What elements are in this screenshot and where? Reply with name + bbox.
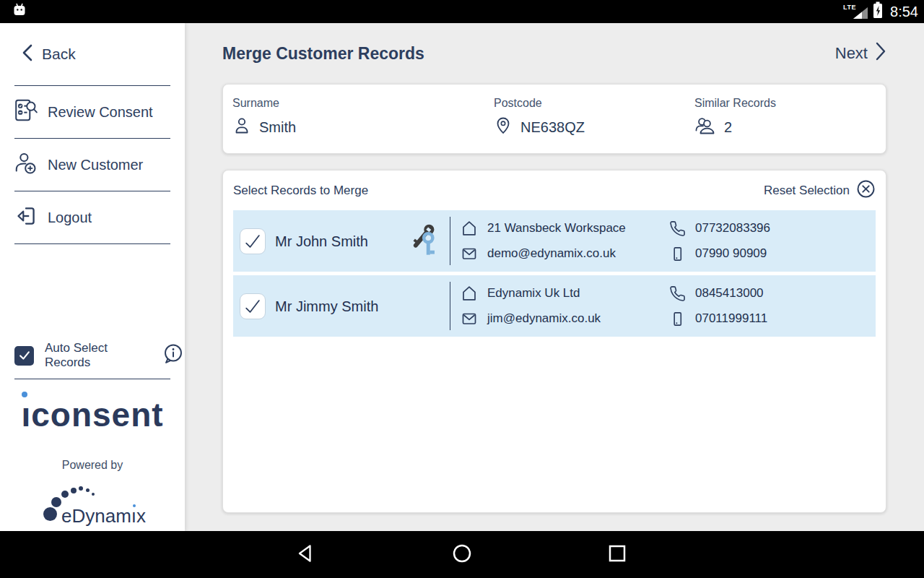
- record-phone: 0845413000: [668, 281, 767, 306]
- record-mobile: 07990 90909: [668, 241, 770, 267]
- sidebar-bottom: Auto Select Records ıconsent Powered by: [0, 332, 185, 531]
- record-row[interactable]: Mr John Smith: [233, 210, 876, 272]
- people-icon: [694, 116, 716, 139]
- next-button[interactable]: Next: [835, 41, 886, 66]
- nav-back-icon[interactable]: [297, 543, 316, 566]
- merge-records-card: Select Records to Merge Reset Selection: [222, 170, 886, 513]
- sidebar-item-review-consent[interactable]: Review Consent: [0, 86, 185, 138]
- summary-field-postcode: Postcode NE638QZ: [494, 97, 694, 153]
- circle-x-icon: [856, 179, 876, 202]
- sidebar-item-label: Logout: [48, 210, 92, 226]
- chevron-right-icon: [875, 41, 886, 66]
- primary-record-keys-icon: [409, 222, 443, 261]
- phone-icon: [668, 220, 686, 237]
- sidebar: Back Review Consent: [0, 23, 185, 531]
- main-content: Merge Customer Records Next Surname: [185, 23, 924, 531]
- row-divider: [450, 217, 450, 265]
- summary-field-surname: Surname Smith: [232, 97, 494, 153]
- sidebar-divider: [14, 243, 170, 244]
- record-address: 21 Wansbeck Workspace: [461, 216, 659, 241]
- sidebar-divider: [14, 379, 170, 379]
- reset-selection-button[interactable]: Reset Selection: [764, 179, 876, 202]
- surname-value: Smith: [259, 119, 296, 136]
- logo-dot: [22, 392, 27, 397]
- mobile-icon: [668, 246, 686, 262]
- record-phone: 07732083396: [668, 216, 770, 241]
- record-email: demo@edynamix.co.uk: [461, 241, 659, 267]
- map-pin-icon: [494, 116, 513, 139]
- next-label: Next: [835, 44, 868, 63]
- phone-icon: [668, 285, 686, 302]
- android-nav-bar: [0, 531, 924, 578]
- row-divider: [450, 282, 450, 330]
- mobile-icon: [668, 311, 686, 327]
- cell-signal-icon: LTE: [843, 3, 868, 20]
- android-robot-icon: [12, 3, 27, 20]
- status-clock: 8:54: [890, 4, 918, 20]
- back-label: Back: [42, 46, 76, 63]
- battery-charging-icon: [873, 1, 883, 22]
- logout-icon: [13, 203, 39, 233]
- record-mobile: 07011999111: [668, 306, 767, 332]
- back-button[interactable]: Back: [0, 23, 185, 85]
- edynamix-logo: eDynamıx: [38, 479, 147, 531]
- postcode-value: NE638QZ: [520, 119, 585, 136]
- record-checkbox[interactable]: [240, 293, 266, 319]
- app-window: Back Review Consent: [0, 23, 924, 531]
- envelope-icon: [461, 245, 478, 262]
- search-summary-card: Surname Smith Postcode: [222, 84, 886, 154]
- review-consent-icon: [13, 98, 39, 127]
- person-icon: [232, 116, 251, 139]
- similar-records-value: 2: [724, 119, 732, 136]
- info-icon[interactable]: [162, 342, 185, 368]
- reset-selection-label: Reset Selection: [764, 184, 850, 198]
- sidebar-item-logout[interactable]: Logout: [0, 191, 185, 243]
- record-checkbox[interactable]: [240, 228, 266, 254]
- chevron-left-icon: [22, 43, 33, 66]
- sidebar-item-label: New Customer: [48, 157, 143, 173]
- record-email: jim@edynamix.co.uk: [461, 306, 659, 332]
- auto-select-label: Auto Select Records: [45, 341, 154, 370]
- record-name: Mr John Smith: [275, 233, 368, 249]
- nav-home-icon[interactable]: [452, 543, 472, 566]
- envelope-icon: [461, 310, 478, 327]
- powered-by-label: Powered by: [0, 459, 185, 472]
- new-customer-icon: [13, 150, 39, 180]
- sidebar-item-new-customer[interactable]: New Customer: [0, 139, 185, 191]
- auto-select-checkbox[interactable]: [14, 346, 34, 366]
- summary-field-similar-records: Similar Records 2: [694, 97, 886, 153]
- record-row[interactable]: Mr Jimmy Smith Edynamix Uk Ltd: [233, 275, 876, 337]
- merge-card-title: Select Records to Merge: [233, 184, 368, 198]
- consent-logo: ıconsent: [0, 398, 185, 431]
- sidebar-item-label: Review Consent: [48, 104, 153, 121]
- house-icon: [461, 285, 478, 302]
- record-name: Mr Jimmy Smith: [275, 298, 378, 314]
- page-title: Merge Customer Records: [222, 44, 424, 64]
- status-bar: LTE 8:54: [0, 0, 924, 23]
- house-icon: [461, 220, 478, 237]
- record-address: Edynamix Uk Ltd: [461, 281, 659, 306]
- nav-recents-icon[interactable]: [608, 544, 627, 566]
